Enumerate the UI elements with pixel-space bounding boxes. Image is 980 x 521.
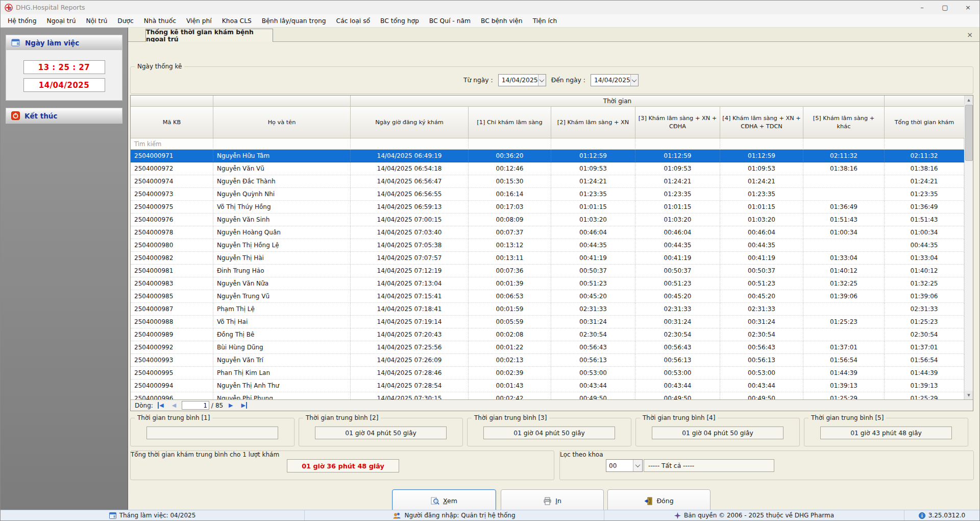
table-row-partial[interactable]: 2504000996Nguyễn Phi Phụng14/04/2025 07:…	[131, 392, 973, 399]
exit-title: Kết thúc	[24, 112, 57, 120]
menu-item-6[interactable]: Khoa CLS	[217, 15, 257, 27]
cell: 00:46:04	[720, 226, 803, 239]
tab-close-icon[interactable]: ×	[965, 30, 974, 39]
column-header-7[interactable]: [5] Khám lâm sàng + khác	[803, 107, 885, 138]
cell: 14/04/2025 07:12:19	[351, 265, 469, 277]
menu-item-10[interactable]: BC Quí - năm	[424, 15, 476, 27]
close-button[interactable]: ×	[957, 1, 979, 14]
table-row[interactable]: 2504000989Đồng Thị Bê14/04/2025 07:20:43…	[131, 328, 973, 341]
close-form-button[interactable]: Đóng	[607, 489, 710, 512]
grid-filter-row: Tìm kiếm	[131, 138, 973, 150]
minimize-button[interactable]: –	[911, 1, 934, 14]
filter-cell-6[interactable]	[720, 138, 803, 150]
vertical-scrollbar[interactable]: ▲ ▼	[964, 96, 973, 399]
table-row[interactable]: 2504000993Nguyễn Văn Trí14/04/2025 07:26…	[131, 354, 973, 367]
cell: 02:11:32	[885, 150, 964, 162]
last-page-button[interactable]: ▶	[238, 401, 250, 410]
column-header-6[interactable]: [4] Khám lâm sàng + XN + CĐHA + TDCN	[720, 107, 803, 138]
table-row[interactable]: 2504000982Nguyễn Thị Hài14/04/2025 07:07…	[131, 252, 973, 265]
scrollbar-thumb[interactable]	[965, 105, 973, 161]
to-date-picker[interactable]: 14/04/2025	[591, 74, 639, 86]
menu-item-0[interactable]: Hệ thống	[3, 15, 41, 27]
close-button-label: Đóng	[656, 497, 673, 505]
cell: 00:43:44	[720, 380, 803, 392]
tab-report[interactable]: Thống kê thời gian khám bệnh ngoại trú	[145, 29, 273, 42]
menu-item-9[interactable]: BC tổng hợp	[375, 15, 424, 27]
filter-cell-1[interactable]	[213, 138, 351, 150]
table-row[interactable]: 2504000973Nguyễn Quỳnh Nhi14/04/2025 06:…	[131, 188, 973, 201]
from-date-picker[interactable]: 14/04/2025	[498, 74, 546, 86]
filter-cell-2[interactable]	[351, 138, 469, 150]
cell: 01:51:43	[885, 214, 964, 226]
scroll-down-icon[interactable]: ▼	[965, 391, 973, 399]
menu-item-3[interactable]: Dược	[112, 15, 139, 27]
next-page-button[interactable]: ▶	[225, 401, 236, 410]
cell: 01:38:16	[885, 162, 964, 175]
first-page-button[interactable]: ◀	[155, 401, 166, 410]
column-header-1[interactable]: Họ và tên	[213, 107, 351, 138]
cell: 01:03:20	[720, 214, 803, 226]
column-header-3[interactable]: [1] Chi khám lâm sàng	[469, 107, 551, 138]
column-header-4[interactable]: [2] Khám lâm sàng + XN	[551, 107, 635, 138]
menu-item-8[interactable]: Các loại sổ	[331, 15, 376, 27]
cell: 00:07:37	[469, 226, 551, 239]
menu-item-11[interactable]: BC bệnh viện	[476, 15, 528, 27]
table-row[interactable]: 2504000971Nguyễn Hữu Tâm14/04/2025 06:49…	[131, 150, 973, 162]
cell: 01:32:25	[803, 277, 885, 290]
from-date-dropdown-icon[interactable]	[538, 75, 546, 86]
table-row[interactable]: 2504000985Nguyễn Trung Vũ14/04/2025 07:1…	[131, 290, 973, 303]
table-row[interactable]: 2504000987Phạm Thị Lệ14/04/2025 07:18:41…	[131, 303, 973, 316]
to-date-dropdown-icon[interactable]	[630, 75, 638, 86]
menu-item-2[interactable]: Nội trú	[81, 15, 113, 27]
cell: 2504000981	[131, 265, 213, 277]
column-header-8[interactable]: Tổng thời gian khám	[885, 107, 964, 138]
cell: 2504000987	[131, 303, 213, 315]
column-header-2[interactable]: Ngày giờ đăng ký khám	[351, 107, 469, 138]
page-number-input[interactable]	[182, 401, 209, 410]
table-row[interactable]: 2504000981Đinh Trung Hảo14/04/2025 07:12…	[131, 265, 973, 277]
filter-cell-8[interactable]	[885, 138, 964, 150]
table-row[interactable]: 2504000995Phan Thị Kim Lan14/04/2025 07:…	[131, 367, 973, 380]
scroll-up-icon[interactable]: ▲	[965, 96, 973, 104]
table-row[interactable]: 2504000978Nguyễn Hoàng Quân14/04/2025 07…	[131, 226, 973, 239]
table-row[interactable]: 2504000975Võ Thị Thúy Hồng14/04/2025 06:…	[131, 201, 973, 214]
table-row[interactable]: 2504000972Nguyễn Văn Vũ14/04/2025 06:54:…	[131, 162, 973, 175]
cell: 00:16:14	[469, 188, 551, 200]
filter-cell-5[interactable]	[635, 138, 720, 150]
menu-item-12[interactable]: Tiện ích	[528, 15, 562, 27]
prev-page-button[interactable]: ◀	[168, 401, 180, 410]
exit-header[interactable]: Kết thúc	[6, 108, 122, 123]
menu-item-5[interactable]: Viện phí	[181, 15, 217, 27]
filter-cell-0[interactable]: Tìm kiếm	[131, 138, 213, 150]
print-button[interactable]: In	[501, 489, 604, 512]
table-row[interactable]: 2504000974Nguyễn Đắc Thành14/04/2025 06:…	[131, 175, 973, 188]
average-time-row: Thời gian trung bình [1]Thời gian trung …	[130, 418, 979, 446]
table-row[interactable]: 2504000980Nguyễn Thị Hồng Lệ14/04/2025 0…	[131, 239, 973, 252]
menu-item-4[interactable]: Nhà thuốc	[139, 15, 181, 27]
table-row[interactable]: 2504000988Võ Thị Hai14/04/2025 07:19:140…	[131, 316, 973, 328]
cell: 00:17:03	[469, 201, 551, 213]
department-name-field[interactable]: ----- Tất cả -----	[644, 459, 774, 472]
department-dropdown-icon[interactable]	[633, 460, 642, 471]
department-filter-group: Lọc theo khoa 00 ----- Tất cả -----	[559, 451, 974, 480]
avg-time-title-1: Thời gian trung bình [1]	[135, 414, 212, 421]
department-code-select[interactable]: 00	[606, 459, 643, 472]
filter-cell-7[interactable]	[803, 138, 885, 150]
column-header-5[interactable]: [3] Khám lâm sàng + XN + CĐHA	[635, 107, 720, 138]
maximize-button[interactable]: ▢	[934, 1, 957, 14]
view-button[interactable]: Xem	[392, 489, 496, 512]
column-header-0[interactable]: Mã KB	[131, 107, 213, 138]
cell: 01:56:54	[885, 354, 964, 366]
work-day-header[interactable]: Ngày làm việc	[6, 35, 122, 50]
table-row[interactable]: 2504000994Nguyễn Thị Anh Thư14/04/2025 0…	[131, 380, 973, 392]
filter-cell-3[interactable]	[469, 138, 551, 150]
cell: 2504000975	[131, 201, 213, 213]
menu-item-7[interactable]: Bệnh lây/quan trọng	[257, 15, 331, 27]
table-row[interactable]: 2504000983Nguyễn Văn Nữa14/04/2025 07:13…	[131, 277, 973, 290]
cell: 14/04/2025 06:56:47	[351, 175, 469, 187]
table-row[interactable]: 2504000992Bùi Hùng Dũng14/04/2025 07:25:…	[131, 341, 973, 354]
menu-item-1[interactable]: Ngoại trú	[41, 15, 81, 27]
table-row[interactable]: 2504000976Nguyễn Văn Sinh14/04/2025 07:0…	[131, 214, 973, 226]
cell: 2504000992	[131, 341, 213, 353]
filter-cell-4[interactable]	[551, 138, 635, 150]
